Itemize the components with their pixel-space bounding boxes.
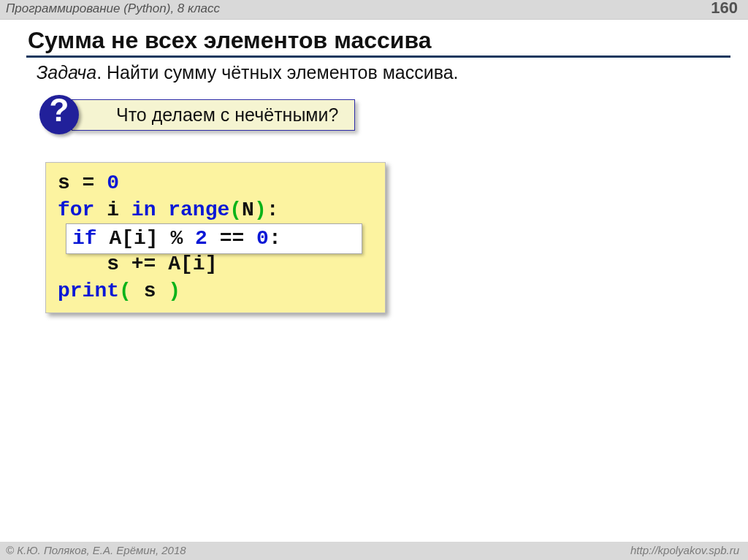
code-paren: ( bbox=[229, 199, 242, 221]
task-text: . Найти сумму чётных элементов массива. bbox=[96, 62, 458, 83]
code-func: print bbox=[58, 280, 119, 302]
code-number: 0 bbox=[107, 172, 119, 194]
question-text: Что делаем с нечётными? bbox=[72, 99, 355, 131]
code-if-highlight: if A[i] % 2 == 0: bbox=[66, 223, 362, 254]
header-subject: Программирование (Python), 8 класс bbox=[6, 1, 220, 15]
code-text bbox=[156, 199, 168, 221]
code-number: 0 bbox=[256, 227, 269, 250]
code-text: N bbox=[242, 199, 254, 221]
footer-bar: © К.Ю. Поляков, Е.А. Ерёмин, 2018 http:/… bbox=[0, 542, 748, 560]
title-wrap: Сумма не всех элементов массива bbox=[26, 27, 730, 58]
question-mark-icon: ? bbox=[39, 92, 79, 129]
page-number: 160 bbox=[711, 0, 738, 18]
task-line: Задача. Найти сумму чётных элементов мас… bbox=[37, 62, 719, 83]
code-keyword: if bbox=[72, 227, 97, 250]
footer-link: http://kpolyakov.spb.ru bbox=[630, 544, 739, 556]
code-text: s += A[i] bbox=[58, 253, 217, 275]
footer-copyright: © К.Ю. Поляков, Е.А. Ерёмин, 2018 bbox=[6, 544, 186, 556]
code-text: : bbox=[267, 199, 279, 221]
task-label: Задача bbox=[37, 62, 96, 83]
code-text: s = bbox=[58, 172, 107, 194]
code-text: == bbox=[207, 227, 256, 250]
slide-title: Сумма не всех элементов массива bbox=[26, 27, 730, 54]
code-text: i bbox=[94, 199, 131, 221]
code-area: s = 0 for i in range(N): s += A[i] print… bbox=[45, 162, 386, 313]
question-callout: Что делаем с нечётными? ? bbox=[39, 96, 748, 139]
code-text: s bbox=[131, 280, 168, 302]
code-func: range bbox=[168, 199, 229, 221]
code-keyword: for bbox=[58, 199, 94, 221]
code-keyword: in bbox=[131, 199, 156, 221]
code-paren: ) bbox=[254, 199, 267, 221]
code-paren: ( bbox=[119, 280, 131, 302]
header-bar: Программирование (Python), 8 класс 160 bbox=[0, 0, 748, 20]
slide: Программирование (Python), 8 класс 160 С… bbox=[0, 0, 748, 560]
code-paren: ) bbox=[168, 280, 180, 302]
code-text: : bbox=[269, 227, 281, 250]
question-circle-icon: ? bbox=[39, 95, 79, 134]
code-number: 2 bbox=[195, 227, 207, 250]
code-text: A[i] % bbox=[97, 227, 195, 250]
